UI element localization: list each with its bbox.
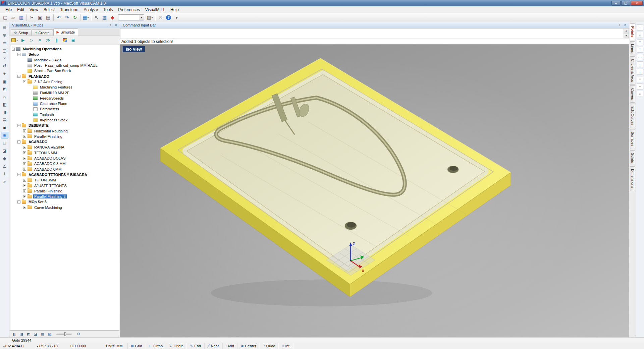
menu-file[interactable]: File (3, 7, 14, 13)
snap-near[interactable]: ╱Near (204, 343, 222, 349)
tree-item[interactable]: -Machining Operations (10, 46, 119, 52)
shaded-view-button[interactable]: ■ (1, 132, 8, 138)
tree-item[interactable]: +ACABADO 0MM (10, 167, 119, 172)
pause-simulation-button[interactable]: ∥ (53, 37, 60, 44)
saved-views-button[interactable]: ▤ (1, 116, 8, 123)
grid-snap-button[interactable]: ▦▾ (82, 14, 90, 21)
multi-point-button[interactable]: ∴ (637, 32, 643, 38)
undo-button[interactable]: ↶ (55, 14, 63, 21)
simulation-speed-slider[interactable] (56, 334, 72, 335)
display-mode-button[interactable]: ▨▾ (146, 14, 154, 21)
compare-stock-button[interactable] (61, 37, 69, 44)
snap-ortho[interactable]: ∟Ortho (146, 343, 166, 349)
tree-item[interactable]: -DESBASTE (10, 123, 119, 128)
play-simulation-button[interactable]: ▶ (19, 37, 27, 44)
zoom-window-button[interactable]: ▭ (1, 39, 8, 46)
snap-mid[interactable]: ◦Mid (222, 343, 237, 349)
tab-circles-arcs[interactable]: Circles & Arcs (630, 56, 635, 84)
auto-hide-pin-button[interactable]: ⊥ (617, 23, 622, 27)
menu-preferences[interactable]: Preferences (115, 7, 143, 13)
snap-grid[interactable]: ▦Grid (127, 343, 146, 349)
tree-item[interactable]: +RANURA RESINA (10, 144, 119, 150)
tab-curves[interactable]: Curves (630, 85, 635, 103)
snap-origin[interactable]: ↧Origin (166, 343, 187, 349)
tree-item[interactable]: Stock - Part Box Stock (10, 68, 119, 73)
tab-surfaces[interactable]: Surfaces (630, 129, 635, 149)
step-simulation-button[interactable]: ▷ (28, 37, 35, 44)
tree-item[interactable]: +Parallel Finishing (10, 134, 119, 139)
visualmill-button[interactable]: ◆ (109, 14, 116, 21)
scroll-down-icon[interactable] (624, 34, 629, 38)
stop-button[interactable]: ⊘ (157, 14, 164, 21)
shaded-stock-button[interactable]: ◧ (11, 332, 17, 337)
selection-combobox[interactable]: ▾ (118, 14, 144, 20)
point-on-curve-button[interactable]: ⋮ (637, 47, 643, 53)
tree-item[interactable]: -MOp Set 3 (10, 199, 119, 205)
tree-item[interactable]: -ACABADO TETONES Y BISAGRA (10, 172, 119, 177)
snap-quad[interactable]: ◔Quad (260, 343, 279, 349)
fast-forward-button[interactable]: ≫ (44, 37, 52, 44)
menu-analyze[interactable]: Analyze (81, 7, 101, 13)
scroll-up-icon[interactable] (624, 28, 629, 34)
viewport-3d[interactable]: Iso View (120, 45, 629, 337)
world-axes-button[interactable]: ⊥ (1, 170, 8, 177)
close-button[interactable]: × (631, 1, 643, 6)
tab-simulate[interactable]: ▶Simulate (53, 28, 78, 36)
dark-cube-button[interactable]: ■ (1, 124, 8, 131)
tab-solids[interactable]: Solids (630, 150, 635, 166)
tree-item[interactable]: Clearance Plane (10, 101, 119, 106)
stock-visibility-button[interactable]: ◨ (18, 332, 24, 337)
menu-edit[interactable]: Edit (14, 7, 27, 13)
tree-item[interactable]: In-process Stock (10, 117, 119, 123)
projected-point-button[interactable]: • (637, 83, 643, 90)
tree-item[interactable]: -Setup (10, 52, 119, 57)
copy-button[interactable]: ▣ (36, 14, 44, 21)
holder-visibility-button[interactable]: ▧ (47, 332, 53, 337)
tree-item[interactable]: +Parallel Finishing (10, 188, 119, 194)
open-file-button[interactable]: ▱ (9, 14, 17, 21)
expand-icon[interactable]: + (23, 135, 26, 138)
more-tools-button[interactable]: » (1, 178, 8, 185)
collapse-icon[interactable]: - (17, 200, 20, 203)
center-point-button[interactable]: ◦ (637, 76, 643, 82)
wireframe-view-button[interactable]: □ (1, 139, 8, 146)
expand-icon[interactable]: + (23, 151, 26, 154)
tree-item[interactable]: +TETON 6 MM (10, 150, 119, 156)
rotate-view-button[interactable]: ↺ (1, 62, 8, 69)
tree-item[interactable]: -PLANEADO (10, 73, 119, 79)
home-view-button[interactable]: ⌂ (1, 93, 8, 100)
toolpath-visibility-button[interactable]: ◩ (25, 332, 32, 337)
help-button[interactable]: ? (165, 14, 172, 21)
expand-icon[interactable]: + (23, 179, 26, 182)
snap-end[interactable]: ✎End (187, 343, 204, 349)
collapse-icon[interactable]: - (17, 173, 20, 176)
snap-center[interactable]: ◉Center (237, 343, 260, 349)
tree-item[interactable]: +ACABADO BOLAS (10, 156, 119, 161)
cut-button[interactable]: ✂ (28, 14, 36, 21)
tab-dimensions[interactable]: Dimensions (630, 166, 635, 191)
expand-icon[interactable]: + (23, 189, 26, 192)
zoom-extents-button[interactable]: ▣ (1, 78, 8, 84)
zoom-out-button[interactable]: ⊖ (1, 24, 8, 31)
intersection-point-button[interactable]: × (637, 61, 643, 67)
menu-tools[interactable]: Tools (101, 7, 115, 13)
tool-visibility-button[interactable]: ◪ (33, 332, 39, 337)
front-view-button[interactable]: ◨ (1, 109, 8, 115)
collapse-icon[interactable]: - (17, 124, 20, 127)
expand-icon[interactable]: + (23, 195, 26, 198)
point-divide-button[interactable]: ⋯ (637, 54, 643, 60)
save-file-button[interactable]: ▥ (17, 14, 25, 21)
tab-edit-curves[interactable]: Edit Curves (630, 104, 635, 128)
command-input[interactable] (120, 28, 629, 38)
tree-item[interactable]: -ACABADO (10, 139, 119, 144)
tab-create[interactable]: +Create (32, 30, 53, 36)
close-panel-button[interactable]: × (114, 23, 118, 27)
tree-item[interactable]: Machining Features (10, 84, 119, 90)
tree-item[interactable]: +TETON 3MM (10, 177, 119, 183)
minimize-button[interactable]: – (611, 1, 621, 6)
expand-icon[interactable]: + (23, 184, 26, 187)
iso-view-button[interactable]: ◩ (1, 85, 8, 92)
selection-filter-button[interactable]: ▧ (101, 14, 108, 21)
pan-view-button[interactable]: + (1, 70, 8, 77)
zoom-in-button[interactable]: ⊕ (1, 32, 8, 38)
